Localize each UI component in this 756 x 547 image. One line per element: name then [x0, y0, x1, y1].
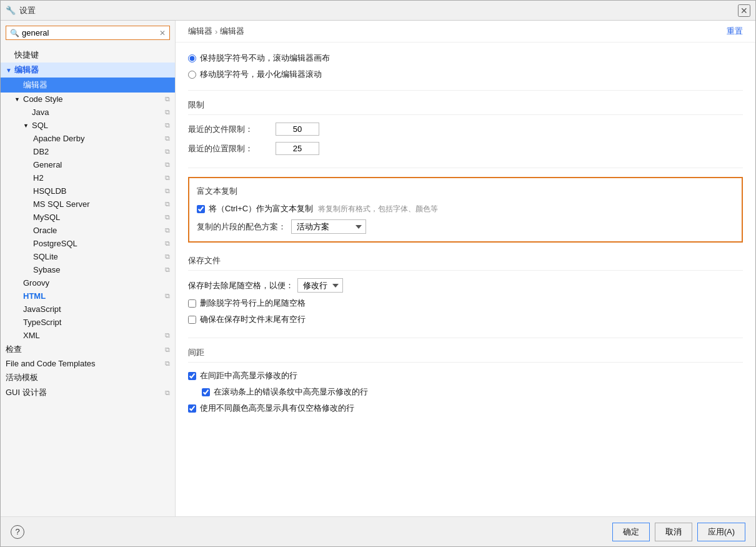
- divider2: [188, 168, 743, 168]
- highlight-scrollbar-label: 在滚动条上的错误条纹中高亮显示修改的行: [214, 386, 368, 398]
- scheme-select[interactable]: 活动方案: [291, 219, 366, 234]
- radio-option1[interactable]: 保持脱字符号不动，滚动编辑器画布: [188, 53, 743, 64]
- recent-pos-row: 最近的位置限制：: [188, 142, 743, 155]
- copy-icon: ⧉: [165, 200, 170, 208]
- sidebar-item-sql[interactable]: ▼ SQL ⧉: [1, 119, 175, 132]
- sidebar-item-general[interactable]: General ⧉: [1, 158, 175, 171]
- sidebar-item-label: GUI 设计器: [6, 387, 162, 398]
- settings-window: 🔧 设置 ✕ 🔍 ✕ 快捷键: [0, 0, 756, 547]
- copy-icon: ⧉: [165, 389, 170, 397]
- breadcrumb-part1: 编辑器: [188, 26, 212, 37]
- sidebar-item-h2[interactable]: H2 ⧉: [1, 171, 175, 184]
- divider1: [188, 90, 743, 91]
- sidebar-item-label: Groovy: [23, 278, 170, 288]
- sidebar-item-html[interactable]: HTML ⧉: [1, 289, 175, 303]
- save-section: 保存文件 保存时去除尾随空格，以便： 修改行 删除脱字符号行上的尾随空格 确保在…: [188, 255, 743, 325]
- sidebar-item-postgresql[interactable]: PostgreSQL ⧉: [1, 237, 175, 250]
- help-button[interactable]: ?: [11, 525, 24, 539]
- radio-option2[interactable]: 移动脱字符号，最小化编辑器滚动: [188, 69, 743, 80]
- highlight-changes-label: 在间距中高亮显示修改的行: [200, 370, 297, 381]
- apply-button[interactable]: 应用(A): [697, 523, 745, 541]
- sidebar-item-javascript[interactable]: JavaScript: [1, 303, 175, 316]
- sidebar-item-oracle[interactable]: Oracle ⧉: [1, 224, 175, 237]
- sidebar-item-file-code-templates[interactable]: File and Code Templates ⧉: [1, 357, 175, 370]
- sidebar-item-groovy[interactable]: Groovy: [1, 276, 175, 289]
- copy-icon: ⧉: [165, 121, 170, 129]
- confirm-button[interactable]: 确定: [612, 523, 650, 541]
- copy-icon: ⧉: [165, 108, 170, 116]
- reset-button[interactable]: 重置: [727, 26, 743, 37]
- breadcrumb-separator: ›: [215, 27, 217, 36]
- highlight-scrollbar-checkbox[interactable]: [202, 388, 210, 396]
- trim-label: 保存时去除尾随空格，以便：: [188, 280, 294, 291]
- sidebar-item-sqlite[interactable]: SQLite ⧉: [1, 250, 175, 263]
- trim-row: 保存时去除尾随空格，以便： 修改行: [188, 278, 743, 293]
- breadcrumb-part2: 编辑器: [220, 26, 244, 37]
- sidebar-item-label: 快捷键: [14, 49, 170, 61]
- sidebar-item-typescript[interactable]: TypeScript: [1, 316, 175, 329]
- sidebar-item-apache-derby[interactable]: Apache Derby ⧉: [1, 132, 175, 145]
- recent-pos-input[interactable]: [276, 142, 319, 155]
- sidebar-item-db2[interactable]: DB2 ⧉: [1, 145, 175, 158]
- sidebar-item-hsqldb[interactable]: HSQLDB ⧉: [1, 184, 175, 198]
- copy-icon: ⧉: [165, 213, 170, 221]
- copy-icon: ⧉: [165, 331, 170, 339]
- sidebar-item-sybase[interactable]: Sybase ⧉: [1, 263, 175, 276]
- sidebar-item-gui-designer[interactable]: GUI 设计器 ⧉: [1, 385, 175, 400]
- cancel-button[interactable]: 取消: [655, 523, 692, 541]
- sidebar-item-label: Sybase: [33, 265, 162, 274]
- sidebar-item-xml[interactable]: XML ⧉: [1, 329, 175, 342]
- copy-icon: ⧉: [165, 148, 170, 156]
- recent-file-input[interactable]: [276, 123, 319, 136]
- sidebar-item-code-style[interactable]: ▼ Code Style ⧉: [1, 93, 175, 106]
- trim-dropdown[interactable]: 修改行: [297, 278, 343, 293]
- divider3: [188, 338, 743, 338]
- ensure-newline-checkbox[interactable]: [188, 316, 196, 324]
- highlight-whitespace-row: 使用不同颜色高亮显示具有仅空格修改的行: [188, 403, 743, 414]
- close-button[interactable]: ✕: [738, 4, 750, 17]
- breadcrumb: 编辑器 › 编辑器 重置: [176, 21, 755, 43]
- sidebar-item-label: Oracle: [33, 226, 162, 235]
- copy-icon: ⧉: [165, 239, 170, 248]
- sidebar-item-editor-group[interactable]: ▼ 编辑器: [1, 63, 175, 78]
- sidebar-item-shortcuts[interactable]: 快捷键: [1, 48, 175, 63]
- recent-file-label: 最近的文件限制：: [188, 124, 276, 135]
- search-input-wrap: 🔍 ✕: [6, 26, 170, 40]
- arrow-icon: ▼: [6, 67, 14, 74]
- save-section-title: 保存文件: [188, 255, 743, 271]
- copy-icon: ⧉: [165, 292, 170, 300]
- rich-copy-checkbox[interactable]: [197, 205, 205, 213]
- search-clear-button[interactable]: ✕: [159, 29, 166, 38]
- sidebar-item-ms-sql[interactable]: MS SQL Server ⧉: [1, 198, 175, 211]
- radio-input-option2[interactable]: [188, 71, 196, 79]
- sidebar-item-label: Apache Derby: [33, 134, 162, 143]
- sidebar-item-label: 检查: [6, 344, 162, 355]
- ensure-newline-label: 确保在保存时文件末尾有空行: [200, 314, 306, 325]
- highlight-changes-checkbox[interactable]: [188, 372, 196, 380]
- recent-file-row: 最近的文件限制：: [188, 123, 743, 136]
- delete-trailing-checkbox[interactable]: [188, 299, 196, 308]
- sidebar-item-label: MySQL: [33, 213, 162, 222]
- recent-pos-label: 最近的位置限制：: [188, 143, 276, 154]
- sidebar-item-label: File and Code Templates: [6, 359, 162, 368]
- sidebar-item-inspection[interactable]: 检查 ⧉: [1, 342, 175, 357]
- gap-section: 间距 在间距中高亮显示修改的行 在滚动条上的错误条纹中高亮显示修改的行 使用不同…: [188, 347, 743, 414]
- sidebar-item-label: HTML: [23, 291, 162, 301]
- delete-trailing-row: 删除脱字符号行上的尾随空格: [188, 298, 743, 309]
- sidebar-item-label: MS SQL Server: [33, 199, 162, 209]
- sidebar: 🔍 ✕ 快捷键 ▼ 编辑器: [1, 21, 176, 516]
- sidebar-item-label: 编辑器: [14, 64, 170, 76]
- settings-content: 保持脱字符号不动，滚动编辑器画布 移动脱字符号，最小化编辑器滚动 限制 最近的文…: [176, 43, 755, 516]
- sidebar-item-editor[interactable]: 编辑器: [1, 78, 175, 93]
- search-input[interactable]: [22, 28, 159, 38]
- rich-copy-section: 富文本复制 将（Ctrl+C）作为富文本复制 将复制所有格式，包括字体、颜色等 …: [188, 177, 743, 243]
- sidebar-item-live-templates[interactable]: 活动模板: [1, 370, 175, 385]
- highlight-whitespace-checkbox[interactable]: [188, 404, 196, 413]
- sidebar-item-mysql[interactable]: MySQL ⧉: [1, 211, 175, 224]
- rich-copy-checkbox-row: 将（Ctrl+C）作为富文本复制 将复制所有格式，包括字体、颜色等: [197, 203, 734, 214]
- radio-input-option1[interactable]: [188, 54, 196, 63]
- sidebar-item-java[interactable]: Java ⧉: [1, 106, 175, 119]
- copy-icon: ⧉: [165, 187, 170, 195]
- radio-label-option1: 保持脱字符号不动，滚动编辑器画布: [200, 53, 330, 64]
- rich-copy-checkbox-label: 将（Ctrl+C）作为富文本复制: [209, 203, 313, 214]
